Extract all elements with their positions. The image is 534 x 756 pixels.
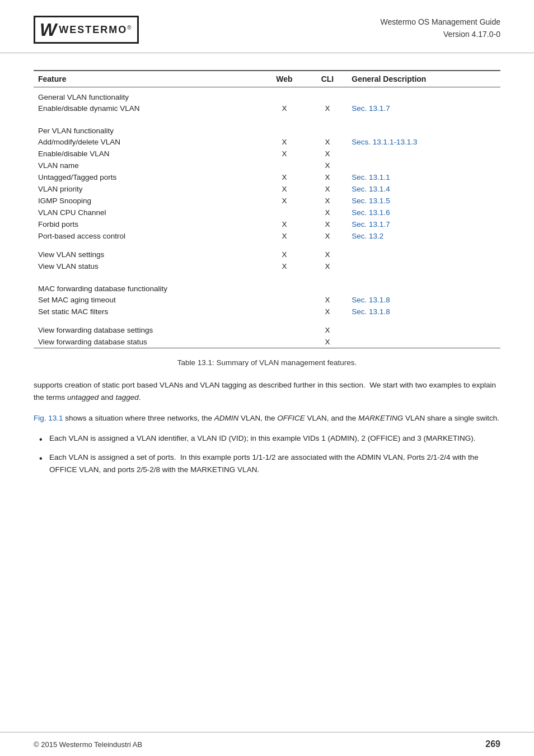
feature-label: Set MAC aging timeout bbox=[34, 294, 261, 306]
table-row-last: View forwarding database status X bbox=[34, 336, 500, 348]
table-row: Untagged/Tagged ports X X Sec. 13.1.1 bbox=[34, 171, 500, 183]
table-row: View forwarding database settings X bbox=[34, 324, 500, 336]
section-per-vlan: Per VLAN functionality bbox=[34, 121, 500, 136]
fig-link[interactable]: Fig. 13.1 bbox=[34, 414, 63, 422]
feature-label: Forbid ports bbox=[34, 218, 261, 230]
footer-page-number: 269 bbox=[485, 739, 500, 749]
section-label-mac-forwarding: MAC forwarding database functionality bbox=[34, 279, 500, 294]
spacer-row bbox=[34, 242, 500, 249]
table-row: Enable/disable VLAN X X bbox=[34, 148, 500, 160]
web-mark: X bbox=[261, 183, 307, 195]
page-footer: © 2015 Westermo Teleindustri AB 269 bbox=[0, 732, 534, 756]
cli-mark: X bbox=[308, 195, 348, 207]
desc-empty bbox=[347, 336, 500, 348]
table-row: View VLAN status X X bbox=[34, 260, 500, 272]
logo-area: W WeSTermo® bbox=[34, 16, 139, 44]
feature-label: VLAN name bbox=[34, 160, 261, 171]
table-row: VLAN CPU Channel X Sec. 13.1.6 bbox=[34, 207, 500, 218]
cli-mark: X bbox=[308, 207, 348, 218]
web-mark bbox=[261, 336, 307, 348]
web-mark: X bbox=[261, 136, 307, 148]
table-row: VLAN priority X X Sec. 13.1.4 bbox=[34, 183, 500, 195]
cli-mark: X bbox=[308, 218, 348, 230]
bullet-list: Each VLAN is assigned a VLAN identifier,… bbox=[34, 432, 500, 477]
feature-label: View VLAN settings bbox=[34, 249, 261, 260]
logo-reg: ® bbox=[127, 25, 131, 31]
header-title-line1: Westermo OS Management Guide bbox=[380, 16, 500, 28]
header-title: Westermo OS Management Guide Version 4.1… bbox=[380, 16, 500, 41]
table-row: View VLAN settings X X bbox=[34, 249, 500, 260]
desc-link: Sec. 13.1.7 bbox=[347, 102, 500, 114]
page-header: W WeSTermo® Westermo OS Management Guide… bbox=[0, 0, 534, 53]
cli-mark: X bbox=[308, 249, 348, 260]
table-row: VLAN name X bbox=[34, 160, 500, 171]
web-mark bbox=[261, 294, 307, 306]
desc-empty bbox=[347, 148, 500, 160]
desc-link: Secs. 13.1.1-13.1.3 bbox=[347, 136, 500, 148]
desc-empty bbox=[347, 260, 500, 272]
table-row: Set MAC aging timeout X Sec. 13.1.8 bbox=[34, 294, 500, 306]
desc-link: Sec. 13.1.7 bbox=[347, 218, 500, 230]
web-mark bbox=[261, 324, 307, 336]
cli-mark: X bbox=[308, 294, 348, 306]
footer-copyright: © 2015 Westermo Teleindustri AB bbox=[34, 740, 142, 749]
table-caption: Table 13.1: Summary of VLAN management f… bbox=[34, 358, 500, 367]
web-mark: X bbox=[261, 218, 307, 230]
feature-label: Enable/disable dynamic VLAN bbox=[34, 102, 261, 114]
cli-mark: X bbox=[308, 148, 348, 160]
desc-link: Sec. 13.1.8 bbox=[347, 306, 500, 318]
feature-label: Add/modify/delete VLAN bbox=[34, 136, 261, 148]
web-mark: X bbox=[261, 260, 307, 272]
col-header-cli: CLI bbox=[308, 71, 348, 87]
web-mark: X bbox=[261, 249, 307, 260]
table-row: Enable/disable dynamic VLAN X X Sec. 13.… bbox=[34, 102, 500, 114]
feature-label: VLAN CPU Channel bbox=[34, 207, 261, 218]
cli-mark: X bbox=[308, 183, 348, 195]
list-item: Each VLAN is assigned a set of ports. In… bbox=[34, 451, 500, 477]
page-content: Feature Web CLI General Description Gene… bbox=[0, 53, 534, 501]
cli-mark: X bbox=[308, 336, 348, 348]
feature-label: Untagged/Tagged ports bbox=[34, 171, 261, 183]
web-mark: X bbox=[261, 195, 307, 207]
feature-table: Feature Web CLI General Description Gene… bbox=[34, 70, 500, 348]
web-mark: X bbox=[261, 230, 307, 242]
list-item: Each VLAN is assigned a VLAN identifier,… bbox=[34, 432, 500, 445]
col-header-web: Web bbox=[261, 71, 307, 87]
desc-link: Sec. 13.2 bbox=[347, 230, 500, 242]
feature-label: VLAN priority bbox=[34, 183, 261, 195]
body-paragraph-2: Fig. 13.1 shows a situation where three … bbox=[34, 412, 500, 424]
table-row: Port-based access control X X Sec. 13.2 bbox=[34, 230, 500, 242]
feature-label: View forwarding database settings bbox=[34, 324, 261, 336]
feature-label: Set static MAC filters bbox=[34, 306, 261, 318]
section-mac-forwarding: MAC forwarding database functionality bbox=[34, 279, 500, 294]
cli-mark: X bbox=[308, 260, 348, 272]
cli-mark: X bbox=[308, 324, 348, 336]
cli-mark: X bbox=[308, 102, 348, 114]
section-general-vlan: General VLAN functionality bbox=[34, 87, 500, 103]
col-header-description: General Description bbox=[347, 71, 500, 87]
cli-mark: X bbox=[308, 306, 348, 318]
feature-label: IGMP Snooping bbox=[34, 195, 261, 207]
section-label-general-vlan: General VLAN functionality bbox=[34, 87, 500, 103]
cli-mark: X bbox=[308, 160, 348, 171]
web-mark: X bbox=[261, 171, 307, 183]
section-label-per-vlan: Per VLAN functionality bbox=[34, 121, 500, 136]
feature-label: Port-based access control bbox=[34, 230, 261, 242]
feature-label: View VLAN status bbox=[34, 260, 261, 272]
cli-mark: X bbox=[308, 230, 348, 242]
table-row: Add/modify/delete VLAN X X Secs. 13.1.1-… bbox=[34, 136, 500, 148]
desc-empty bbox=[347, 249, 500, 260]
desc-empty bbox=[347, 324, 500, 336]
table-row: IGMP Snooping X X Sec. 13.1.5 bbox=[34, 195, 500, 207]
logo-text: WeSTermo bbox=[59, 24, 127, 35]
logo-w-icon: W bbox=[40, 21, 57, 39]
spacer-row bbox=[34, 272, 500, 279]
desc-link: Sec. 13.1.8 bbox=[347, 294, 500, 306]
header-title-line2: Version 4.17.0-0 bbox=[380, 28, 500, 40]
logo-box: W WeSTermo® bbox=[34, 16, 139, 44]
web-mark bbox=[261, 160, 307, 171]
desc-link: Sec. 13.1.4 bbox=[347, 183, 500, 195]
col-header-feature: Feature bbox=[34, 71, 261, 87]
table-row: Forbid ports X X Sec. 13.1.7 bbox=[34, 218, 500, 230]
desc-link: Sec. 13.1.5 bbox=[347, 195, 500, 207]
